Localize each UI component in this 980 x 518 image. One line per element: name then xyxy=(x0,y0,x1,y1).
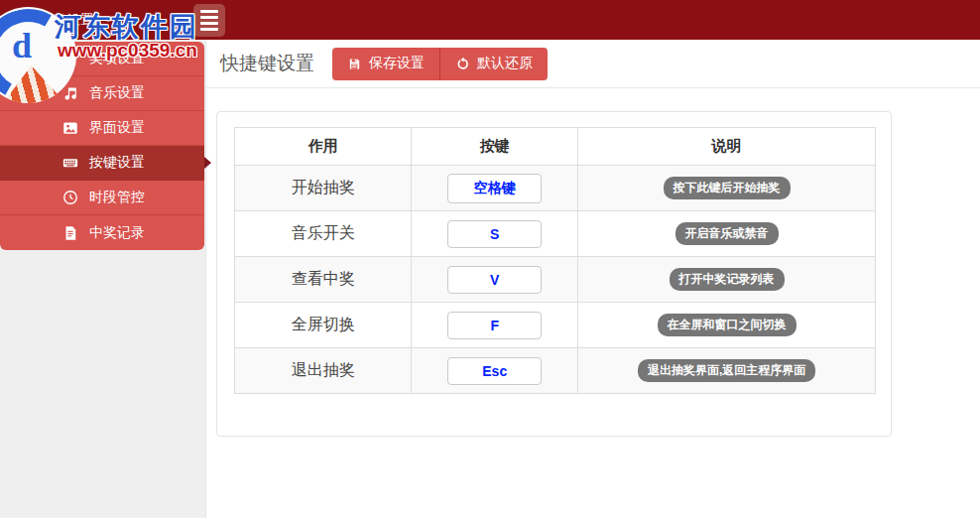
shortcut-table-card: 作用 按键 说明 开始抽奖 空格键 按下此键后开始抽奖 音乐开关 S 开启音乐或… xyxy=(216,111,892,437)
page-title: 快捷键设置 xyxy=(220,51,314,76)
music-note-icon xyxy=(61,84,79,102)
shortcut-table: 作用 按键 说明 开始抽奖 空格键 按下此键后开始抽奖 音乐开关 S 开启音乐或… xyxy=(234,127,876,394)
sidebar: 奖项设置 音乐设置 界面设置 xyxy=(0,40,206,518)
description-badge: 按下此键后开始抽奖 xyxy=(664,177,791,199)
column-header-action: 作用 xyxy=(235,128,412,166)
sidebar-item-winning-records[interactable]: 中奖记录 xyxy=(0,215,204,250)
save-button-label: 保存设置 xyxy=(369,55,425,72)
table-row: 全屏切换 F 在全屏和窗口之间切换 xyxy=(235,303,876,348)
header-button-group: 保存设置 默认还原 xyxy=(332,48,548,80)
table-row: 音乐开关 S 开启音乐或禁音 xyxy=(235,211,876,257)
key-button[interactable]: 空格键 xyxy=(447,174,542,203)
main-content: 快捷键设置 保存设置 默认还原 xyxy=(206,40,980,518)
sidebar-item-label: 按键设置 xyxy=(89,154,145,172)
table-row: 退出抽奖 Esc 退出抽奖界面,返回主程序界面 xyxy=(235,348,876,394)
key-button[interactable]: F xyxy=(447,312,542,339)
sidebar-menu: 奖项设置 音乐设置 界面设置 xyxy=(0,42,204,250)
sidebar-item-label: 音乐设置 xyxy=(89,84,145,102)
sidebar-item-key-settings[interactable]: 按键设置 xyxy=(0,146,204,181)
action-cell: 退出抽奖 xyxy=(235,348,412,394)
list-menu-icon[interactable] xyxy=(193,4,225,37)
sidebar-item-label: 时段管控 xyxy=(89,189,145,206)
sidebar-item-time-control[interactable]: 时段管控 xyxy=(0,181,204,215)
table-row: 开始抽奖 空格键 按下此键后开始抽奖 xyxy=(235,166,876,211)
action-cell: 查看中奖 xyxy=(235,257,412,303)
action-cell: 开始抽奖 xyxy=(235,166,412,211)
column-header-description: 说明 xyxy=(578,128,876,166)
sidebar-item-label: 界面设置 xyxy=(89,119,145,137)
description-badge: 退出抽奖界面,返回主程序界面 xyxy=(638,359,815,382)
titlebar: 参数设置 xyxy=(0,0,980,40)
key-button[interactable]: Esc xyxy=(447,357,542,385)
clock-icon xyxy=(61,189,79,206)
action-cell: 全屏切换 xyxy=(235,303,412,348)
sidebar-item-music-settings[interactable]: 音乐设置 xyxy=(0,76,204,111)
gear-icon xyxy=(14,10,34,30)
description-badge: 在全屏和窗口之间切换 xyxy=(658,314,796,336)
key-button[interactable]: V xyxy=(447,266,542,294)
sidebar-item-label: 奖项设置 xyxy=(89,50,145,67)
content-header: 快捷键设置 保存设置 默认还原 xyxy=(206,40,980,88)
window-title: 参数设置 xyxy=(42,11,93,29)
document-icon xyxy=(61,224,79,242)
sidebar-item-label: 中奖记录 xyxy=(89,224,145,242)
save-icon xyxy=(347,57,362,71)
default-restore-button[interactable]: 默认还原 xyxy=(440,48,548,80)
column-header-key: 按键 xyxy=(412,128,578,166)
refresh-icon xyxy=(455,57,470,71)
sidebar-item-prize-settings[interactable]: 奖项设置 xyxy=(0,42,204,76)
gift-icon xyxy=(61,50,79,67)
sidebar-item-interface-settings[interactable]: 界面设置 xyxy=(0,111,204,146)
table-row: 查看中奖 V 打开中奖记录列表 xyxy=(235,257,876,303)
description-badge: 打开中奖记录列表 xyxy=(670,268,785,291)
key-button[interactable]: S xyxy=(447,220,542,248)
image-icon xyxy=(61,119,79,137)
description-badge: 开启音乐或禁音 xyxy=(675,222,779,245)
keyboard-icon xyxy=(61,154,79,172)
save-settings-button[interactable]: 保存设置 xyxy=(332,48,440,80)
table-header-row: 作用 按键 说明 xyxy=(235,128,876,166)
action-cell: 音乐开关 xyxy=(235,211,412,257)
reset-button-label: 默认还原 xyxy=(477,55,533,72)
